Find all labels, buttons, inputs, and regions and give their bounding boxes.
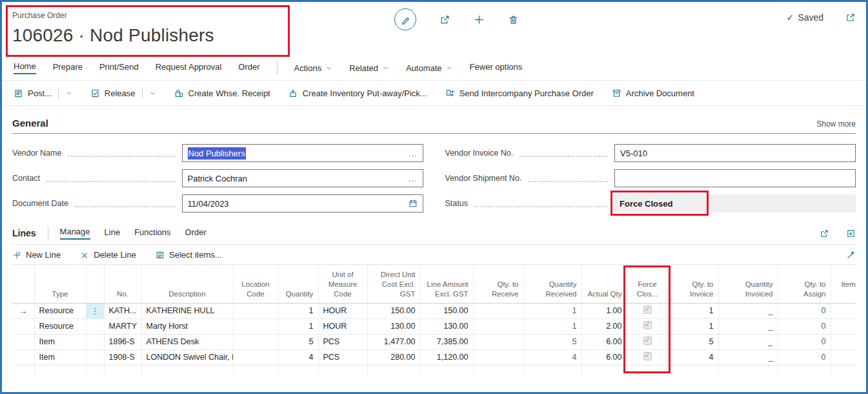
- cell-line_amount[interactable]: 1,120.00: [420, 349, 473, 365]
- column-header-type[interactable]: Type: [34, 265, 86, 303]
- cell-type[interactable]: Item: [34, 334, 86, 349]
- cell-actual_qty[interactable]: 1.00: [581, 303, 627, 318]
- column-header-qty_to_receive[interactable]: Qty. to Receive: [473, 265, 523, 303]
- cell-qty_invoiced[interactable]: _: [718, 334, 778, 349]
- cell-qty_to_receive[interactable]: [473, 318, 523, 334]
- edit-pencil-icon[interactable]: [394, 8, 416, 30]
- delete-icon[interactable]: [508, 14, 519, 25]
- menu-tab-print-send[interactable]: Print/Send: [99, 62, 139, 74]
- lines-section-title[interactable]: Lines: [12, 228, 36, 238]
- cell-qty_received[interactable]: 1: [523, 318, 581, 334]
- column-header-no[interactable]: No.: [104, 265, 141, 303]
- lines-tab-functions[interactable]: Functions: [134, 227, 170, 239]
- cell-quantity[interactable]: 1: [278, 303, 318, 318]
- cell-uom[interactable]: HOUR: [318, 318, 367, 334]
- cell-qty_to_assign[interactable]: 0: [778, 334, 831, 349]
- cell-item_charge[interactable]: [831, 334, 856, 349]
- cell-item_charge[interactable]: [831, 349, 856, 365]
- cell-type[interactable]: Item: [34, 349, 86, 365]
- lines-action-delete-line[interactable]: Delete Line: [80, 250, 136, 260]
- expand-icon[interactable]: [846, 229, 856, 238]
- cell-quantity[interactable]: 5: [278, 334, 318, 349]
- cell-qty_to_receive[interactable]: [473, 349, 523, 365]
- lines-action-new-line[interactable]: New Line: [12, 250, 61, 260]
- cell-qty_to_invoice[interactable]: 4: [668, 349, 718, 365]
- cell-qty_to_invoice[interactable]: 1: [668, 318, 718, 334]
- cell-description[interactable]: LONDON Swivel Chair, blue: [141, 349, 233, 365]
- cell-qty_to_assign[interactable]: 0: [778, 303, 831, 318]
- column-header-uom[interactable]: Unit of Measure Code: [318, 265, 367, 303]
- column-header-unit_cost[interactable]: Direct Unit Cost Excl. GST: [367, 265, 420, 303]
- cell-qty_to_invoice[interactable]: 1: [668, 303, 718, 318]
- cell-location[interactable]: [233, 318, 278, 334]
- column-header-item_charge[interactable]: Item Charge to Ha...: [831, 265, 856, 303]
- cell-description[interactable]: KATHERINE HULL: [141, 303, 233, 318]
- action-release[interactable]: Release: [90, 88, 156, 98]
- menu-dropdown-automate[interactable]: Automate: [406, 63, 453, 73]
- cell-qty_received[interactable]: 1: [523, 303, 581, 318]
- menu-dropdown-actions[interactable]: Actions: [294, 63, 333, 73]
- column-header-qty_invoiced[interactable]: Quantity Invoiced: [718, 265, 778, 303]
- assist-edit-icon[interactable]: ...: [409, 174, 418, 183]
- column-header-line_amount[interactable]: Line Amount Excl. GST: [420, 265, 473, 303]
- menu-tab-order[interactable]: Order: [238, 62, 259, 74]
- contact-input[interactable]: Patrick Cochran...: [182, 169, 423, 187]
- column-header-location[interactable]: Location Code: [233, 265, 278, 303]
- vendor-invoice-no-input[interactable]: V5-010: [614, 144, 856, 162]
- cell-type[interactable]: Resource: [34, 303, 86, 318]
- cell-qty_invoiced[interactable]: _: [718, 318, 778, 334]
- table-row[interactable]: Item1896-SATHENS Desk5PCS1,477.007,385.0…: [12, 334, 856, 349]
- cell-uom[interactable]: PCS: [318, 349, 367, 365]
- cell-unit_cost[interactable]: 130.00: [367, 318, 420, 334]
- chevron-down-icon[interactable]: [65, 90, 72, 97]
- cell-line_amount[interactable]: 150.00: [420, 303, 473, 318]
- cell-line_amount[interactable]: 7,385.00: [420, 334, 473, 349]
- magic-wand-icon[interactable]: [846, 250, 856, 260]
- cell-qty_to_invoice[interactable]: 5: [668, 334, 718, 349]
- cell-qty_to_receive[interactable]: [473, 303, 523, 318]
- column-header-quantity[interactable]: Quantity: [278, 265, 318, 303]
- cell-line_amount[interactable]: 130.00: [420, 318, 473, 334]
- assist-edit-icon[interactable]: ...: [409, 149, 418, 158]
- cell-quantity[interactable]: 1: [278, 318, 318, 334]
- menu-dropdown-related[interactable]: Related: [349, 63, 389, 73]
- document-date-input[interactable]: 11/04/2023: [182, 194, 423, 213]
- cell-qty_received[interactable]: 5: [523, 334, 581, 349]
- column-header-qty_received[interactable]: Quantity Received: [523, 265, 581, 303]
- cell-description[interactable]: Marty Horst: [141, 318, 233, 334]
- lines-tab-order[interactable]: Order: [185, 227, 207, 239]
- cell-description[interactable]: ATHENS Desk: [141, 334, 233, 349]
- menu-tab-home[interactable]: Home: [14, 61, 36, 74]
- column-header-force_closed[interactable]: Force Clos...: [627, 265, 668, 303]
- menu-tab-request-approval[interactable]: Request Approval: [156, 62, 222, 74]
- cell-actual_qty[interactable]: 6.00: [581, 334, 627, 349]
- chevron-down-icon[interactable]: [149, 90, 156, 97]
- cell-qty_to_assign[interactable]: 0: [778, 318, 831, 334]
- column-header-actual_qty[interactable]: Actual Qty: [581, 265, 627, 303]
- lines-tab-line[interactable]: Line: [105, 227, 121, 239]
- share-icon[interactable]: [820, 229, 829, 238]
- lines-tab-manage[interactable]: Manage: [60, 227, 90, 240]
- calendar-icon[interactable]: [409, 199, 418, 208]
- action-archive-document[interactable]: Archive Document: [612, 88, 694, 98]
- cell-uom[interactable]: PCS: [318, 334, 367, 349]
- menu-fewer-options[interactable]: Fewer options: [470, 62, 523, 74]
- show-more-link[interactable]: Show more: [816, 119, 856, 129]
- cell-qty_invoiced[interactable]: _: [718, 349, 778, 365]
- cell-item_charge[interactable]: [831, 318, 856, 334]
- table-row[interactable]: ResourceMARTYMarty Horst1HOUR130.00130.0…: [12, 318, 856, 334]
- cell-location[interactable]: [233, 303, 278, 318]
- vendor-shipment-no-input[interactable]: [614, 169, 856, 187]
- cell-no[interactable]: KATH...: [104, 303, 141, 318]
- cell-actual_qty[interactable]: 2.00: [581, 318, 627, 334]
- cell-no[interactable]: MARTY: [104, 318, 141, 334]
- cell-location[interactable]: [233, 334, 278, 349]
- cell-qty_to_receive[interactable]: [473, 334, 523, 349]
- vendor-name-input[interactable]: Nod Publishers...: [182, 144, 423, 162]
- column-header-qty_to_invoice[interactable]: Qty. to Invoice: [668, 265, 718, 303]
- cell-type[interactable]: Resource: [34, 318, 86, 334]
- cell-no[interactable]: 1896-S: [104, 334, 141, 349]
- cell-no[interactable]: 1908-S: [104, 349, 141, 365]
- row-kebab-menu-icon[interactable]: ⋮: [86, 303, 104, 318]
- action-send-intercompany-purchase-order[interactable]: Send Intercompany Purchase Order: [445, 88, 594, 98]
